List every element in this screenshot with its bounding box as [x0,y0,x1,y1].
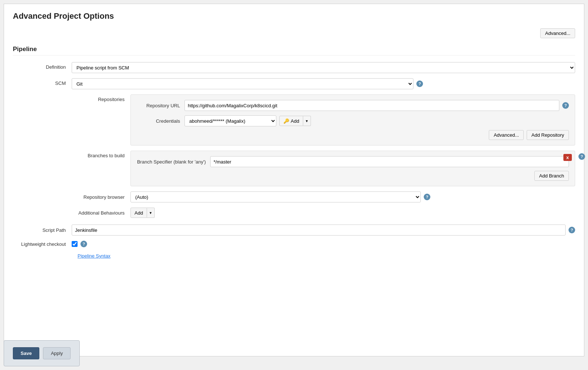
script-path-help-icon[interactable]: ? [569,227,575,233]
repo-url-help-icon[interactable]: ? [562,102,569,109]
scm-select[interactable]: Git [72,78,413,89]
repo-url-label: Repository URL [137,103,184,108]
definition-label: Definition [13,62,72,70]
branches-box: x Branch Specifier (blank for 'any') Add… [130,151,575,186]
branches-help-icon[interactable]: ? [578,153,585,160]
delete-branch-button[interactable]: x [563,154,572,161]
pipeline-section-title: Pipeline [13,46,575,55]
repo-browser-label: Repository browser [72,194,130,200]
repo-url-input[interactable] [184,100,559,111]
repo-browser-select[interactable]: (Auto) [130,191,421,202]
credentials-select[interactable]: abohmeed/****** (Magalix) [184,115,276,126]
branch-specifier-input[interactable] [210,156,569,167]
bottom-bar: Save Apply [4,340,80,360]
lightweight-label: Lightweight checkout [13,241,72,247]
advanced-repo-button[interactable]: Advanced... [489,130,524,140]
add-credentials-main-button[interactable]: 🔑 Add [279,116,303,126]
script-path-input[interactable] [72,224,566,236]
add-repository-button[interactable]: Add Repository [527,130,569,140]
key-icon: 🔑 [283,118,289,124]
repositories-box: Repository URL ? Credentials abohmeed/**… [130,94,575,146]
repo-browser-help-icon[interactable]: ? [424,194,430,200]
add-credentials-arrow-button[interactable]: ▾ [303,116,311,126]
add-behaviours-btn-group: Add ▾ [130,208,155,218]
scm-label: SCM [13,78,72,86]
save-button[interactable]: Save [13,347,39,359]
pipeline-syntax-link[interactable]: Pipeline Syntax [78,253,575,259]
add-credentials-btn-group: 🔑 Add ▾ [279,116,311,126]
additional-behaviours-label: Additional Behaviours [72,210,130,216]
add-branch-button[interactable]: Add Branch [534,171,569,181]
lightweight-checkbox[interactable] [72,241,78,247]
add-behaviours-main-button[interactable]: Add [130,208,147,218]
add-behaviours-arrow-button[interactable]: ▾ [147,208,155,218]
advanced-top-button[interactable]: Advanced... [540,28,575,38]
script-path-label: Script Path [13,227,72,233]
apply-button[interactable]: Apply [43,347,71,359]
add-label: Add [291,118,299,124]
credentials-label: Credentials [137,118,184,124]
definition-select[interactable]: Pipeline script from SCM [72,62,575,73]
branches-label: Branches to build [72,151,130,158]
scm-help-icon[interactable]: ? [416,80,423,87]
branch-specifier-label: Branch Specifier (blank for 'any') [137,159,210,165]
page-title: Advanced Project Options [13,11,575,21]
lightweight-help-icon[interactable]: ? [80,241,87,247]
repositories-label: Repositories [72,94,130,102]
